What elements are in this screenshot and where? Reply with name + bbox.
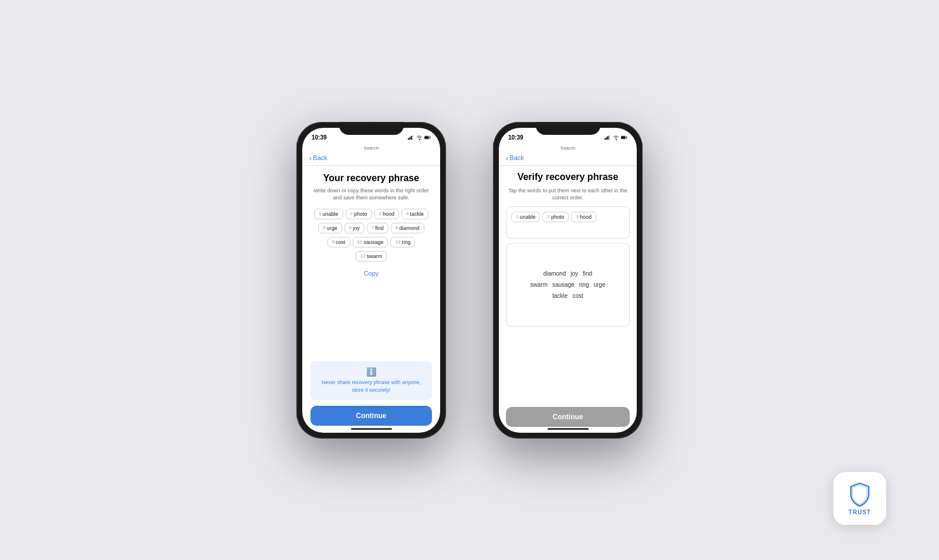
svg-rect-8 (606, 137, 607, 140)
word-row-2: 5 urge 6 joy 7 find 8 di (318, 223, 424, 233)
bank-word-urge[interactable]: urge (593, 281, 605, 288)
bank-word-ring[interactable]: ring (579, 281, 589, 288)
bank-word-find[interactable]: find (583, 270, 592, 277)
word-row-4: 12 swarm (356, 251, 387, 262)
notch-1 (339, 122, 404, 135)
svg-rect-0 (408, 138, 409, 140)
screen2-body: Verify recovery phrase Tap the words to … (499, 166, 637, 433)
trust-logo: TRUST (833, 472, 886, 525)
svg-rect-2 (411, 136, 412, 140)
back-button-2[interactable]: ‹ Back (506, 154, 524, 162)
trust-label: TRUST (849, 509, 871, 515)
copy-button[interactable]: Copy (310, 270, 432, 277)
word-chip-9: 9 cost (327, 237, 350, 247)
status-time-2: 10:39 (508, 134, 523, 141)
phones-container: 10:39 (296, 122, 643, 439)
back-chevron-icon-1: ‹ (309, 154, 312, 162)
selected-chip-1[interactable]: 1 unable (511, 212, 540, 222)
screen1-title: Your recovery phrase (310, 173, 432, 184)
battery-icon-1 (424, 134, 431, 141)
word-chip-11: 11 ring (390, 237, 415, 247)
word-chip-1: 1 unable (314, 209, 343, 219)
warning-box: ℹ️ Never share recovery phrase with anyo… (310, 361, 432, 399)
warning-icon: ℹ️ (319, 367, 424, 376)
word-bank-area: diamond joy find swarm sausage ring urge… (506, 243, 630, 327)
word-row-3: 9 cost 10 sausage 11 ring (327, 237, 416, 247)
word-chip-3: 3 hood (374, 209, 399, 219)
continue-button-1[interactable]: Continue (310, 406, 432, 426)
notch-2 (536, 122, 600, 135)
bank-word-joy[interactable]: joy (570, 270, 578, 277)
word-grid: 1 unable 2 photo 3 hood 4 (310, 209, 432, 262)
bank-word-swarm[interactable]: swarm (531, 281, 548, 288)
svg-rect-6 (425, 137, 429, 139)
word-chip-2: 2 photo (346, 209, 372, 219)
word-chip-5: 5 urge (318, 223, 342, 233)
back-button-1[interactable]: ‹ Back (309, 154, 327, 162)
bank-row-1: diamond joy find (512, 270, 623, 277)
svg-rect-7 (604, 138, 606, 140)
svg-rect-3 (412, 135, 413, 140)
bank-word-tackle[interactable]: tackle (552, 293, 568, 299)
phone-2: 10:39 (493, 122, 643, 439)
wifi-icon-1 (416, 134, 423, 141)
continue-button-2[interactable]: Continue (506, 407, 630, 427)
selected-chip-3[interactable]: 3 hood (571, 212, 596, 222)
verify-subtitle: Tap the words to put them next to each o… (506, 187, 630, 202)
word-row-1: 1 unable 2 photo 3 hood 4 (314, 209, 428, 219)
selected-words-area[interactable]: 1 unable 2 photo 3 hood (506, 206, 630, 239)
word-chip-10: 10 sausage (353, 237, 389, 247)
screen1-subtitle: Write down or copy these words in the ri… (310, 187, 432, 202)
word-chip-12: 12 swarm (356, 251, 387, 262)
bank-row-3: tackle cost (512, 293, 623, 299)
screen-1: 10:39 (302, 128, 440, 433)
nav-label-1: Search (302, 145, 440, 152)
svg-rect-1 (409, 137, 410, 140)
word-chip-8: 8 diamond (391, 223, 424, 233)
nav-bar-1: ‹ Back (302, 152, 440, 166)
svg-rect-12 (626, 137, 627, 138)
home-indicator-1 (351, 428, 392, 430)
verify-title: Verify recovery phrase (506, 172, 630, 182)
svg-rect-9 (607, 136, 609, 140)
selected-chip-2[interactable]: 2 photo (542, 212, 569, 222)
bank-row-2: swarm sausage ring urge (512, 281, 623, 288)
bank-word-cost[interactable]: cost (572, 293, 583, 299)
word-chip-6: 6 joy (344, 223, 364, 233)
svg-rect-10 (609, 135, 610, 140)
phone-1: 10:39 (296, 122, 446, 439)
status-icons-1 (408, 134, 431, 141)
wifi-icon-2 (613, 134, 619, 141)
nav-bar-2: ‹ Back (499, 152, 637, 166)
nav-label-2: Search (499, 145, 637, 152)
home-indicator-2 (548, 428, 589, 430)
status-icons-2 (604, 134, 627, 141)
status-time-1: 10:39 (312, 134, 327, 141)
word-chip-4: 4 tackle (401, 209, 428, 219)
warning-text: Never share recovery phrase with anyone,… (319, 379, 424, 393)
bank-word-diamond[interactable]: diamond (543, 270, 566, 277)
back-chevron-icon-2: ‹ (506, 154, 508, 162)
signal-icon-1 (408, 134, 414, 141)
trust-shield-icon (849, 482, 871, 507)
signal-icon-2 (604, 134, 611, 141)
battery-icon-2 (621, 134, 627, 141)
screen1-body: Your recovery phrase Write down or copy … (302, 166, 440, 433)
word-chip-7: 7 find (367, 223, 389, 233)
screen-2: 10:39 (499, 128, 637, 433)
svg-rect-5 (430, 137, 430, 138)
svg-rect-13 (622, 137, 626, 139)
bank-word-sausage[interactable]: sausage (552, 281, 575, 288)
